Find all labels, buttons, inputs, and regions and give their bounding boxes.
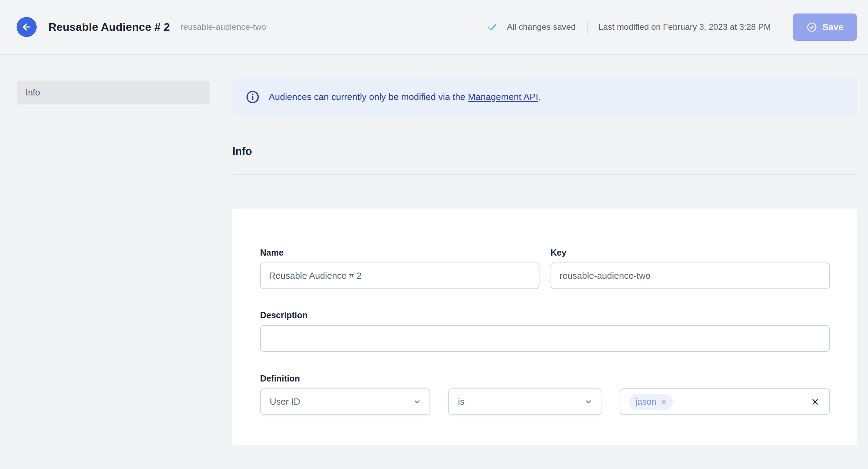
sidebar-item-info[interactable]: Info bbox=[17, 81, 210, 104]
values-input[interactable]: jason bbox=[620, 388, 830, 415]
last-modified-text: Last modified on February 3, 2023 at 3:2… bbox=[599, 22, 771, 32]
operator-select[interactable]: is bbox=[448, 388, 601, 415]
property-select[interactable]: User ID bbox=[260, 388, 430, 415]
banner-text-after: . bbox=[538, 92, 541, 102]
back-button[interactable] bbox=[17, 17, 37, 37]
key-label: Key bbox=[551, 247, 830, 258]
close-icon bbox=[810, 397, 820, 407]
saved-status: All changes saved bbox=[486, 21, 576, 33]
sidebar: Info bbox=[17, 79, 210, 104]
page-title: Reusable Audience # 2 bbox=[48, 21, 170, 34]
definition-label: Definition bbox=[260, 373, 830, 384]
section-title: Info bbox=[232, 145, 857, 158]
banner-message: Audiences can currently only be modified… bbox=[269, 92, 541, 102]
name-input[interactable] bbox=[260, 263, 539, 289]
info-card: Name Key Description Definition User ID bbox=[232, 209, 857, 445]
card-top-divider bbox=[251, 238, 839, 238]
chevron-down-icon bbox=[413, 397, 422, 406]
remove-value-icon[interactable] bbox=[660, 398, 667, 406]
banner-text-before: Audiences can currently only be modified… bbox=[269, 92, 468, 102]
management-api-link[interactable]: Management API bbox=[468, 92, 538, 102]
content-area: Info Audiences can currently only be mod… bbox=[0, 55, 868, 445]
name-key-row: Name Key bbox=[260, 247, 830, 289]
name-field: Name bbox=[260, 247, 539, 289]
description-field: Description bbox=[260, 310, 830, 352]
arrow-left-icon bbox=[21, 21, 32, 33]
property-select-value: User ID bbox=[270, 396, 300, 407]
value-chip-label: jason bbox=[636, 397, 656, 407]
page-subtitle-key: reusable-audience-two bbox=[181, 22, 266, 32]
key-input[interactable] bbox=[551, 263, 830, 289]
operator-select-value: is bbox=[458, 396, 464, 407]
description-label: Description bbox=[260, 310, 830, 320]
description-input[interactable] bbox=[260, 325, 830, 352]
info-banner: Audiences can currently only be modified… bbox=[232, 79, 857, 116]
sidebar-item-label: Info bbox=[26, 88, 40, 98]
section-divider bbox=[232, 174, 857, 175]
main-panel: Audiences can currently only be modified… bbox=[232, 79, 857, 445]
definition-section: Definition User ID is bbox=[260, 373, 830, 415]
definition-controls: User ID is jason bbox=[260, 388, 830, 415]
save-button[interactable]: Save bbox=[793, 13, 857, 41]
save-button-label: Save bbox=[822, 22, 843, 33]
chevron-down-icon bbox=[584, 397, 593, 406]
clear-values-button[interactable] bbox=[809, 396, 821, 408]
key-field: Key bbox=[551, 247, 830, 289]
value-chip: jason bbox=[629, 394, 673, 410]
header-divider bbox=[587, 20, 588, 34]
page-header: Reusable Audience # 2 reusable-audience-… bbox=[0, 0, 868, 55]
saved-status-text: All changes saved bbox=[507, 22, 576, 32]
info-icon bbox=[246, 90, 260, 104]
check-icon bbox=[486, 21, 498, 33]
check-circle-icon bbox=[806, 22, 817, 33]
name-label: Name bbox=[260, 247, 539, 258]
